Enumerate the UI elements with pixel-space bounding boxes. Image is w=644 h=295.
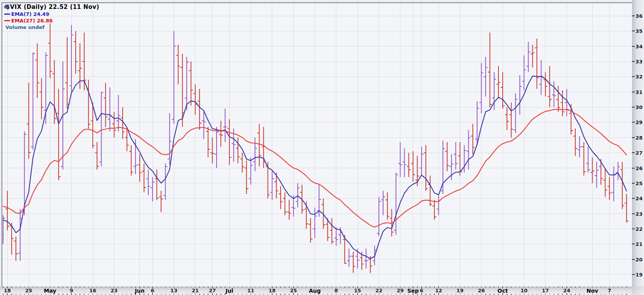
y-axis-tick [632, 183, 635, 184]
y-tick-label: 34 [636, 43, 643, 49]
x-tick-label: 18 [4, 288, 11, 293]
y-axis-tick [632, 198, 635, 199]
x-tick-label: 15 [354, 288, 361, 293]
y-tick-label: 33 [636, 59, 643, 65]
y-tick-label: 32 [636, 74, 643, 80]
y-axis-tick [632, 31, 635, 31]
x-month-label: Sep [407, 288, 419, 294]
x-tick-label: 10 [520, 288, 527, 293]
x-tick-label: 21 [192, 288, 199, 293]
y-axis-tick [632, 274, 635, 275]
chart-legend: $VIX (Daily) 22.52 (11 Nov) EMA(7) 24.49… [4, 4, 99, 31]
y-axis-tick [632, 92, 635, 92]
volume-label: Volume undef [5, 24, 44, 31]
x-tick-label: 19 [456, 288, 463, 293]
y-tick-label: 36 [636, 13, 643, 19]
y-axis-tick [632, 107, 635, 107]
x-month-label: May [44, 288, 56, 294]
x-tick-label: 25 [25, 288, 32, 293]
y-axis-tick [632, 168, 635, 169]
x-tick-label: 7 [608, 288, 611, 293]
y-tick-label: 21 [636, 241, 643, 247]
x-tick-label: 22 [375, 288, 382, 293]
y-tick-label: 26 [636, 165, 643, 171]
x-tick-label: 23 [111, 288, 118, 293]
y-axis-tick [632, 61, 635, 62]
y-tick-label: 35 [636, 28, 643, 34]
y-axis-tick [632, 228, 635, 229]
x-tick-label: 11 [247, 288, 254, 293]
ema27-label: EMA(27) 26.86 [11, 17, 53, 24]
ema7-label: EMA(7) 24.49 [11, 11, 49, 17]
plot-area: $VIX (Daily) 22.52 (11 Nov) EMA(7) 24.49… [2, 2, 633, 287]
y-axis-tick [632, 46, 635, 47]
y-axis-tick [632, 122, 635, 123]
chart-stage: $VIX (Daily) 22.52 (11 Nov) EMA(7) 24.49… [0, 0, 644, 295]
x-tick-label: 27 [209, 288, 216, 293]
y-tick-label: 20 [636, 256, 643, 262]
y-axis-tick [632, 213, 635, 214]
ema27-line-swatch [4, 20, 10, 21]
x-tick-label: 6 [151, 288, 154, 293]
y-tick-label: 22 [636, 226, 643, 232]
x-tick-label: 13 [170, 288, 177, 293]
x-month-label: Aug [309, 288, 321, 294]
y-axis: 192021222324252627282930313233343536 [632, 0, 644, 286]
y-tick-label: 28 [636, 135, 643, 140]
x-tick-label: 24 [563, 288, 570, 293]
x-month-label: Jun [135, 288, 144, 294]
y-tick-label: 24 [636, 196, 643, 201]
ema7-line-swatch [4, 14, 10, 15]
volume-legend: Volume undef [4, 24, 99, 31]
y-axis-tick [632, 259, 635, 260]
title-row: $VIX (Daily) 22.52 (11 Nov) [4, 4, 99, 10]
price-chart-canvas [2, 3, 632, 286]
x-tick-label: 18 [269, 288, 276, 293]
y-axis-tick [632, 152, 635, 153]
y-axis-tick [632, 76, 635, 77]
x-tick-label: 6 [420, 288, 423, 293]
x-tick-label: 8 [334, 288, 338, 293]
x-tick-label: 16 [89, 288, 96, 293]
x-month-label: Oct [498, 288, 508, 294]
y-tick-label: 27 [636, 150, 643, 156]
x-tick-label: 12 [435, 288, 442, 293]
x-tick-label: 25 [290, 288, 297, 293]
x-tick-label: 9 [69, 288, 73, 293]
y-axis-tick [632, 137, 635, 138]
ema27-legend: EMA(27) 26.86 [4, 17, 99, 24]
x-month-label: Nov [586, 288, 598, 294]
y-tick-label: 30 [636, 104, 643, 110]
x-tick-label: 26 [478, 288, 485, 293]
axis-corner [632, 286, 644, 295]
chart-title: $VIX (Daily) 22.52 (11 Nov) [6, 3, 99, 10]
x-axis: 1825May91623Jun6132127Jul111825Aug815222… [0, 286, 644, 295]
x-tick-label: 17 [542, 288, 549, 293]
y-axis-tick [632, 244, 635, 244]
ema7-legend: EMA(7) 24.49 [4, 11, 99, 17]
y-tick-label: 31 [636, 89, 643, 95]
y-tick-label: 25 [636, 180, 643, 186]
y-axis-tick [632, 15, 635, 16]
x-tick-label: 29 [397, 288, 404, 293]
y-tick-label: 23 [636, 211, 643, 217]
y-tick-label: 19 [636, 271, 643, 277]
y-tick-label: 29 [636, 119, 643, 125]
x-month-label: Jul [225, 288, 233, 294]
